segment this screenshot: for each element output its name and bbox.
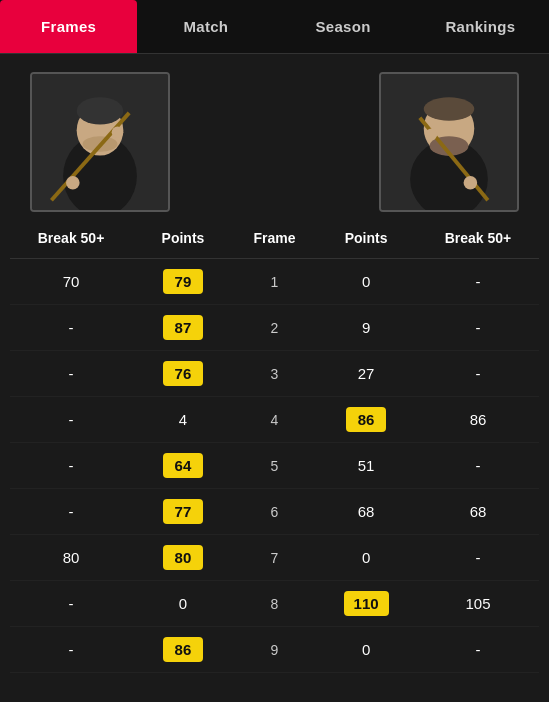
svg-point-6 <box>66 176 80 190</box>
table-row: -8690- <box>10 627 539 673</box>
table-row: -8729- <box>10 305 539 351</box>
header-frame: Frame <box>234 230 315 246</box>
svg-point-14 <box>464 176 478 190</box>
tab-frames[interactable]: Frames <box>0 0 137 53</box>
table-row: -64551- <box>10 443 539 489</box>
table-row: 808070- <box>10 535 539 581</box>
table-row: -7766868 <box>10 489 539 535</box>
tab-rankings[interactable]: Rankings <box>412 0 549 53</box>
rows-container: 707910--8729--76327--448686-64551--77668… <box>10 259 539 673</box>
players-section <box>0 54 549 222</box>
svg-point-3 <box>77 97 124 124</box>
player-left-avatar <box>30 72 170 212</box>
stats-header: Break 50+ Points Frame Points Break 50+ <box>10 222 539 259</box>
player-left-image <box>32 74 168 210</box>
table-row: -76327- <box>10 351 539 397</box>
svg-point-7 <box>112 126 124 138</box>
svg-point-15 <box>426 128 438 140</box>
player-right-avatar <box>379 72 519 212</box>
tab-bar: Frames Match Season Rankings <box>0 0 549 54</box>
header-break-right: Break 50+ <box>417 230 539 246</box>
header-points-right: Points <box>315 230 417 246</box>
table-row: 707910- <box>10 259 539 305</box>
header-break-left: Break 50+ <box>10 230 132 246</box>
table-row: -448686 <box>10 397 539 443</box>
table-row: -08110105 <box>10 581 539 627</box>
header-points-left: Points <box>132 230 234 246</box>
svg-point-11 <box>424 97 475 120</box>
tab-match[interactable]: Match <box>137 0 274 53</box>
player-right-image <box>381 74 517 210</box>
stats-table: Break 50+ Points Frame Points Break 50+ … <box>0 222 549 673</box>
tab-season[interactable]: Season <box>275 0 412 53</box>
